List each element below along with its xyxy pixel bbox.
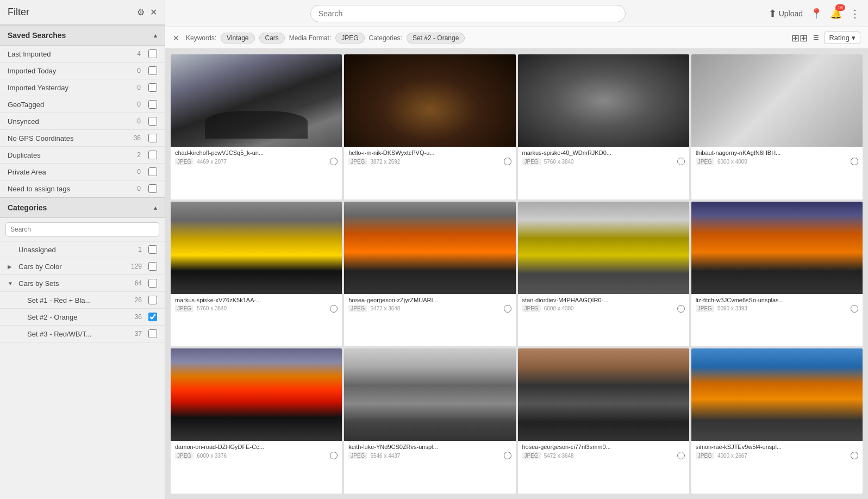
filter-item-unsynced[interactable]: Unsynced 0	[0, 113, 165, 130]
notification-icon[interactable]: 🔔 16	[830, 8, 842, 20]
photo-radio-2[interactable]	[677, 158, 685, 165]
cat-checkbox-cars-by-sets[interactable]	[148, 279, 157, 288]
photo-card-9[interactable]: keith-luke-YNd9CS0ZRvs-unspl... JPEG 554…	[344, 348, 515, 494]
filter-item-geotagged[interactable]: GeoTagged 0	[0, 96, 165, 113]
photo-name-10: hosea-georgeson-ci77nl3smm0...	[522, 444, 685, 450]
close-icon[interactable]	[150, 7, 157, 17]
filter-checkbox-last-imported[interactable]	[148, 49, 157, 58]
photo-meta-7: JPEG 5090 x 3393	[696, 305, 858, 313]
categories-section-header[interactable]: Categories	[0, 197, 165, 218]
gear-icon[interactable]	[137, 7, 145, 17]
upload-label: Upload	[779, 9, 803, 18]
photo-meta-9: JPEG 5546 x 4437	[348, 452, 511, 459]
rating-chevron: ▾	[852, 34, 855, 42]
photo-card-5[interactable]: hosea-georgeson-zZjyrZMUARI... JPEG 5472…	[344, 202, 515, 347]
photo-radio-5[interactable]	[504, 305, 511, 313]
filter-tag-cars[interactable]: Cars	[259, 33, 285, 43]
photo-radio-3[interactable]	[851, 158, 858, 165]
cat-checkbox-set1[interactable]	[148, 296, 157, 304]
photo-card-2[interactable]: markus-spiske-40_WDmRJKD0... JPEG 5760 x…	[518, 54, 689, 199]
filter-item-no-gps[interactable]: No GPS Coordinates 36	[0, 130, 165, 147]
rating-label: Rating	[829, 34, 850, 42]
upload-button[interactable]: ⬆ Upload	[769, 8, 803, 20]
photo-info-8: damon-on-road-DZHGyDFE-Cc... JPEG 6000 x…	[171, 441, 342, 462]
photo-image-7	[691, 202, 863, 294]
photo-card-10[interactable]: hosea-georgeson-ci77nl3smm0... JPEG 5472…	[518, 348, 689, 494]
photo-image-1	[344, 54, 515, 147]
filter-item-imported-yesterday[interactable]: Imported Yesterday 0	[0, 79, 165, 96]
filter-checkbox-imported-today[interactable]	[148, 66, 157, 75]
filter-tag-jpeg[interactable]: JPEG	[335, 33, 364, 43]
cat-sub-item-set1[interactable]: Set #1 - Red + Bla... 26	[0, 292, 165, 309]
photo-dims-4: 5760 x 3840	[197, 305, 327, 311]
filter-checkbox-imported-yesterday[interactable]	[148, 83, 157, 92]
photo-card-11[interactable]: simon-rae-kSJTEv9w5l4-unspl... JPEG 4000…	[691, 348, 863, 494]
photo-radio-1[interactable]	[504, 158, 511, 165]
filter-item-private-area[interactable]: Private Area 0	[0, 164, 165, 180]
more-options-icon[interactable]: ⋮	[850, 7, 860, 20]
photo-card-7[interactable]: liz-fitch-w3JCvme6sSo-unsplas... JPEG 50…	[691, 202, 863, 347]
cat-checkbox-cars-by-color[interactable]	[148, 262, 157, 271]
cars-by-color-expand-icon[interactable]: ▶	[8, 264, 15, 270]
saved-searches-section-header[interactable]: Saved Searches	[0, 25, 165, 46]
sidebar-header: Filter	[0, 0, 165, 25]
filter-checkbox-geotagged[interactable]	[148, 100, 157, 109]
categories-search-input[interactable]	[5, 222, 159, 236]
grid-view-icon[interactable]: ⊞	[791, 32, 808, 44]
cat-item-unassigned[interactable]: Unassigned 1	[0, 241, 165, 258]
photo-card-8[interactable]: damon-on-road-DZHGyDFE-Cc... JPEG 6000 x…	[171, 348, 342, 494]
filter-bar-close-button[interactable]: ✕	[173, 34, 179, 42]
photo-radio-6[interactable]	[677, 305, 685, 313]
photo-radio-7[interactable]	[851, 305, 858, 313]
cat-item-cars-by-sets[interactable]: ▼ Cars by Sets 64	[0, 275, 165, 292]
photo-card-3[interactable]: thibaut-nagorny-nKAgIN6HBH... JPEG 6000 …	[691, 54, 863, 199]
photo-card-4[interactable]: markus-spiske-xVZ6zK5k1AA-... JPEG 5760 …	[171, 202, 342, 347]
filter-checkbox-no-gps[interactable]	[148, 134, 157, 142]
photo-radio-0[interactable]	[330, 158, 338, 165]
categories-list: Unassigned 1 ▶ Cars by Color 129 ▼ Cars …	[0, 241, 165, 342]
filter-item-duplicates[interactable]: Duplicates 2	[0, 147, 165, 164]
cars-by-sets-expand-icon[interactable]: ▼	[8, 280, 15, 286]
photo-meta-5: JPEG 5472 x 3648	[348, 305, 511, 313]
filter-tag-vintage[interactable]: Vintage	[221, 33, 254, 43]
photo-radio-8[interactable]	[330, 452, 338, 459]
photo-radio-9[interactable]	[504, 452, 511, 459]
upload-icon: ⬆	[769, 8, 777, 20]
photo-format-3: JPEG	[696, 158, 714, 165]
filter-item-last-imported[interactable]: Last Imported 4	[0, 46, 165, 63]
photo-card-6[interactable]: stan-diordiev-M4PHAAGQIR0-... JPEG 6000 …	[518, 202, 689, 347]
photo-radio-11[interactable]	[851, 452, 858, 459]
sidebar: Filter Saved Searches Last Imported 4 Im…	[0, 0, 165, 499]
photo-meta-3: JPEG 6000 x 4000	[696, 158, 858, 165]
rating-select[interactable]: Rating ▾	[824, 32, 860, 44]
photo-dims-5: 5472 x 3648	[370, 305, 500, 311]
filter-tag-set2-orange[interactable]: Set #2 - Orange	[407, 33, 465, 43]
photo-image-3	[691, 54, 863, 147]
cat-checkbox-unassigned[interactable]	[148, 245, 157, 254]
filter-bar: ✕ Keywords: Vintage Cars Media Format: J…	[165, 27, 868, 49]
cat-checkbox-set2[interactable]	[148, 313, 157, 321]
photo-card-1[interactable]: hello-i-m-nik-DKSWyxtcPVQ-u... JPEG 3872…	[344, 54, 515, 199]
photo-radio-4[interactable]	[330, 305, 338, 313]
photo-meta-1: JPEG 3872 x 2592	[348, 158, 511, 165]
location-icon[interactable]: 📍	[810, 8, 822, 20]
cat-checkbox-set3[interactable]	[148, 329, 157, 338]
photo-image-2	[518, 54, 689, 147]
filter-checkbox-duplicates[interactable]	[148, 151, 157, 159]
filter-item-need-tags[interactable]: Need to assign tags 0	[0, 180, 165, 197]
sidebar-title: Filter	[8, 7, 29, 18]
cat-sub-item-set3[interactable]: Set #3 - Red/WB/T... 37	[0, 326, 165, 342]
photo-radio-10[interactable]	[677, 452, 685, 459]
photo-info-7: liz-fitch-w3JCvme6sSo-unsplas... JPEG 50…	[691, 294, 863, 315]
main-search-input[interactable]	[310, 5, 626, 22]
cat-item-cars-by-color[interactable]: ▶ Cars by Color 129	[0, 258, 165, 275]
filter-checkbox-need-tags[interactable]	[148, 184, 157, 193]
photo-card-0[interactable]: chad-kirchoff-pcwVJCSq5_k-un... JPEG 446…	[171, 54, 342, 199]
filter-item-imported-today[interactable]: Imported Today 0	[0, 63, 165, 79]
photo-format-6: JPEG	[522, 305, 541, 312]
sort-icon[interactable]: ≡	[813, 32, 819, 43]
filter-checkbox-private-area[interactable]	[148, 167, 157, 176]
cat-sub-item-set2[interactable]: Set #2 - Orange 36	[0, 309, 165, 326]
filter-checkbox-unsynced[interactable]	[148, 117, 157, 126]
photo-info-10: hosea-georgeson-ci77nl3smm0... JPEG 5472…	[518, 441, 689, 462]
